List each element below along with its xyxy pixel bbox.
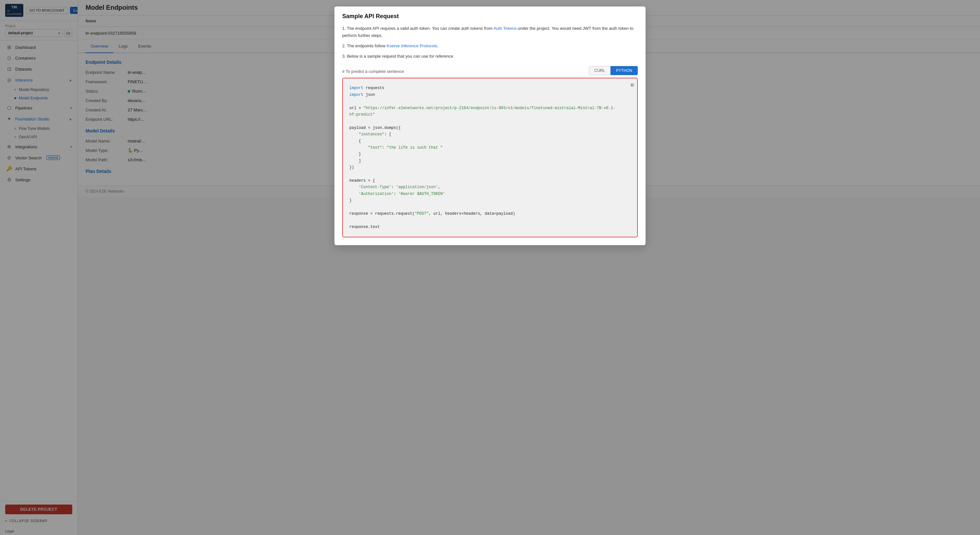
code-tab-curl[interactable]: CURL	[589, 66, 611, 75]
copy-icon[interactable]: ⧉	[631, 82, 634, 89]
modal-body: 1. The endpoint API requires a valid aut…	[334, 25, 646, 245]
modal-title: Sample API Request	[342, 13, 638, 20]
modal-header: Sample API Request	[334, 6, 646, 20]
code-tabs: CURL PYTHON	[589, 66, 638, 75]
modal-desc-1: 1. The endpoint API requires a valid aut…	[342, 25, 638, 39]
kserve-link[interactable]: Kserve Inference Protocols	[387, 43, 437, 48]
code-comment: # To predict a complete sentence	[342, 69, 404, 74]
auth-tokens-link[interactable]: Auth Tokens	[493, 26, 517, 31]
modal-desc-2: 2. The endpoints follow Kserve Inference…	[342, 43, 638, 49]
code-block: ⧉ import requests import json url = "htt…	[342, 78, 638, 237]
modal-desc-3: 3. Below is a sample request that you ca…	[342, 53, 638, 60]
code-tab-python[interactable]: PYTHON	[611, 66, 638, 75]
modal: Sample API Request 1. The endpoint API r…	[334, 6, 646, 245]
modal-overlay[interactable]: Sample API Request 1. The endpoint API r…	[0, 0, 980, 535]
